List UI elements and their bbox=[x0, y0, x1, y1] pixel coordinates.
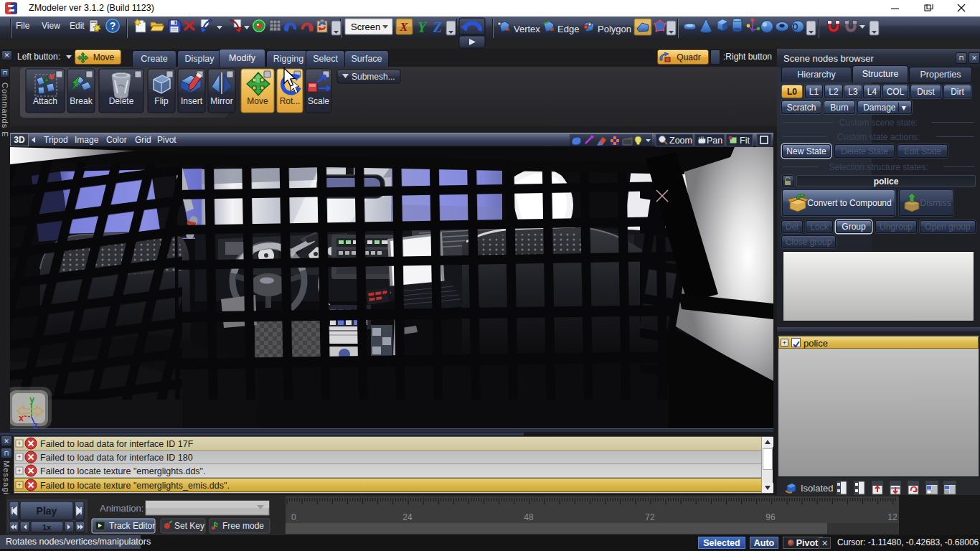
svg-text:1x: 1x bbox=[42, 523, 52, 532]
svg-text:+: + bbox=[17, 467, 21, 474]
svg-text:Move: Move bbox=[247, 96, 268, 106]
svg-text:Set Key: Set Key bbox=[174, 521, 204, 531]
svg-text:96: 96 bbox=[765, 512, 776, 522]
svg-text:y: y bbox=[29, 395, 34, 405]
svg-text:Attach: Attach bbox=[33, 96, 57, 106]
svg-text:X: X bbox=[399, 20, 408, 34]
svg-text:0: 0 bbox=[291, 512, 296, 522]
svg-text:Failed to load data for interf: Failed to load data for interface ID 180 bbox=[40, 453, 193, 463]
svg-text:Animation:: Animation: bbox=[100, 503, 143, 514]
svg-text:Insert: Insert bbox=[181, 96, 203, 106]
svg-text:Free mode: Free mode bbox=[222, 521, 264, 531]
svg-text:48: 48 bbox=[524, 512, 534, 522]
svg-text:Pan: Pan bbox=[707, 136, 722, 146]
svg-text:Flip: Flip bbox=[154, 96, 169, 106]
svg-text:Z: Z bbox=[433, 19, 442, 35]
svg-text:Rot...: Rot... bbox=[280, 96, 301, 106]
svg-text:Track Editor: Track Editor bbox=[109, 521, 155, 531]
svg-text:Vertex: Vertex bbox=[514, 24, 540, 34]
svg-text:Polygon: Polygon bbox=[598, 24, 631, 34]
svg-text:Submesh...: Submesh... bbox=[352, 72, 395, 82]
svg-text:Edge: Edge bbox=[557, 24, 579, 34]
svg-text:Y: Y bbox=[418, 19, 428, 35]
svg-text:Zoom: Zoom bbox=[669, 136, 692, 146]
svg-text:+: + bbox=[17, 481, 21, 489]
svg-text:+: + bbox=[17, 440, 21, 447]
svg-text:12: 12 bbox=[887, 512, 897, 522]
svg-text:Failed to locate texture "emer: Failed to locate texture "emerglights.dd… bbox=[40, 466, 206, 476]
svg-text:Screen: Screen bbox=[351, 22, 380, 32]
svg-text:Mirror: Mirror bbox=[210, 96, 232, 106]
svg-text:z: z bbox=[33, 421, 38, 428]
svg-text:Failed to locate texture "emer: Failed to locate texture "emerglights_em… bbox=[40, 481, 230, 491]
svg-text:x: x bbox=[19, 414, 24, 424]
svg-text:Scale: Scale bbox=[308, 96, 329, 106]
svg-text:Failed to load data for interf: Failed to load data for interface ID 17F bbox=[40, 439, 194, 449]
svg-text:Fit: Fit bbox=[740, 136, 750, 146]
svg-text:Break: Break bbox=[70, 96, 93, 106]
svg-text:72: 72 bbox=[645, 512, 655, 522]
svg-text:24: 24 bbox=[402, 512, 413, 522]
svg-text:+: + bbox=[17, 453, 21, 461]
svg-text:?: ? bbox=[110, 20, 116, 32]
svg-text:Play: Play bbox=[37, 505, 57, 517]
